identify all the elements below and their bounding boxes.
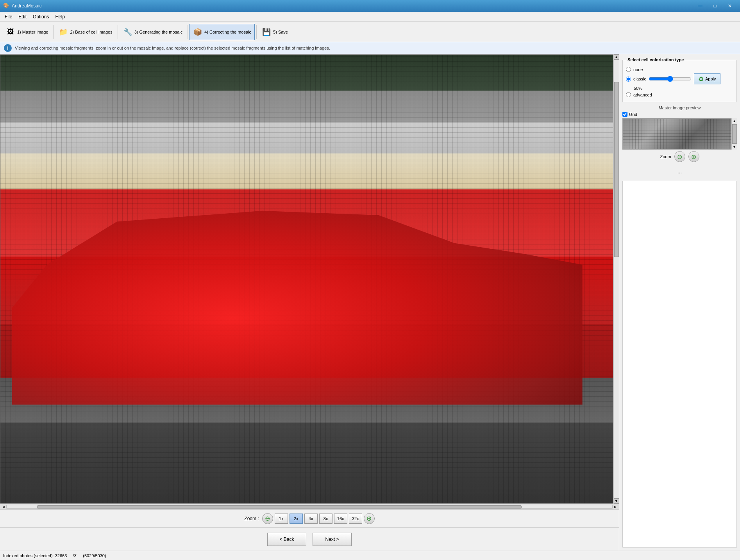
toolbar-sep-1 bbox=[53, 25, 54, 39]
generate-icon: 🔧 bbox=[123, 27, 132, 37]
status-indexed: Indexed photos (selected): 32663 bbox=[3, 553, 67, 558]
radio-classic[interactable] bbox=[626, 77, 631, 82]
h-scroll-left-arrow[interactable]: ◄ bbox=[1, 505, 6, 509]
slider-value-display: 50% bbox=[626, 86, 733, 91]
h-scroll-track[interactable] bbox=[6, 505, 613, 509]
correct-icon: 📦 bbox=[193, 27, 202, 37]
zoom-plus-button[interactable]: ⊕ bbox=[364, 513, 375, 524]
preview-vscrollbar[interactable]: ▲ ▼ bbox=[731, 118, 737, 150]
toolbar-step-master[interactable]: 🖼 1) Master image bbox=[2, 24, 52, 40]
right-zoom-plus-button[interactable]: ⊕ bbox=[688, 151, 699, 162]
vertical-scrollbar[interactable]: ▲ ▼ bbox=[613, 54, 619, 504]
info-text: Viewing and correcting mosaic fragments:… bbox=[15, 46, 330, 50]
back-button[interactable]: < Back bbox=[267, 533, 306, 546]
main-content: ▲ ▼ ◄ ► Zoom : ⊖ 1x 2x 4x 8x 16x 32x bbox=[0, 54, 740, 551]
status-bar: Indexed photos (selected): 32663 ⟳ (5029… bbox=[0, 551, 740, 560]
apply-label: Apply bbox=[705, 77, 716, 81]
title-bar-title: AndreaMosaic bbox=[12, 3, 42, 9]
toolbar-step-master-label: 1) Master image bbox=[17, 30, 48, 34]
colorization-group: Select cell colorization type none class… bbox=[622, 57, 737, 102]
left-panel: ▲ ▼ ◄ ► Zoom : ⊖ 1x 2x 4x 8x 16x 32x bbox=[0, 54, 619, 551]
save-icon: 💾 bbox=[262, 27, 271, 37]
grid-checkbox[interactable] bbox=[622, 112, 627, 117]
radio-advanced-row: advanced bbox=[626, 92, 733, 97]
toolbar-step-base-label: 2) Base of cell images bbox=[70, 30, 112, 34]
master-icon: 🖼 bbox=[6, 27, 15, 37]
radio-advanced[interactable] bbox=[626, 92, 631, 97]
menu-options[interactable]: Options bbox=[30, 13, 52, 21]
dots-label: ... bbox=[622, 165, 737, 178]
maximize-button[interactable]: □ bbox=[708, 2, 722, 10]
grid-check-row: Grid bbox=[622, 112, 737, 117]
zoom-4x-button[interactable]: 4x bbox=[304, 514, 318, 524]
title-bar-left: 🎨 AndreaMosaic bbox=[3, 3, 42, 9]
zoom-2x-button[interactable]: 2x bbox=[290, 514, 303, 524]
zoom-controls: Zoom : ⊖ 1x 2x 4x 8x 16x 32x ⊕ bbox=[0, 509, 619, 527]
info-icon: i bbox=[4, 44, 12, 52]
horizontal-scrollbar[interactable]: ◄ ► bbox=[0, 504, 619, 509]
zoom-1x-button[interactable]: 1x bbox=[275, 514, 288, 524]
apply-icon: ♻ bbox=[698, 75, 704, 83]
preview-container: ▲ ▼ bbox=[622, 118, 737, 150]
title-bar: 🎨 AndreaMosaic — □ ✕ bbox=[0, 0, 740, 12]
menu-edit[interactable]: Edit bbox=[15, 13, 30, 21]
toolbar-step-correct-label: 4) Correcting the mosaic bbox=[204, 30, 251, 34]
status-progress: (5029/5030) bbox=[83, 553, 106, 558]
toolbar-sep-4 bbox=[256, 25, 257, 39]
app-icon: 🎨 bbox=[3, 3, 9, 9]
zoom-label: Zoom : bbox=[244, 516, 259, 521]
v-scroll-thumb[interactable] bbox=[614, 82, 619, 257]
zoom-8x-button[interactable]: 8x bbox=[319, 514, 332, 524]
status-icon: ⟳ bbox=[73, 553, 77, 558]
title-bar-controls: — □ ✕ bbox=[693, 2, 737, 10]
toolbar-step-save-label: 5) Save bbox=[273, 30, 288, 34]
right-content-area bbox=[622, 181, 737, 548]
menu-file[interactable]: File bbox=[2, 13, 15, 21]
h-scroll-right-arrow[interactable]: ► bbox=[613, 505, 618, 509]
radio-none-label[interactable]: none bbox=[633, 67, 643, 72]
zoom-16x-button[interactable]: 16x bbox=[334, 514, 347, 524]
zoom-label-right: Zoom bbox=[660, 154, 671, 159]
toolbar-step-generate-label: 3) Generating the mosaic bbox=[134, 30, 183, 34]
grid-label[interactable]: Grid bbox=[629, 112, 637, 117]
menu-bar: File Edit Options Help bbox=[0, 12, 740, 22]
preview-section: Master image preview Grid ▲ ▼ Zoom ⊖ ⊕ bbox=[622, 105, 737, 162]
minimize-button[interactable]: — bbox=[693, 2, 707, 10]
h-scroll-thumb[interactable] bbox=[37, 505, 522, 508]
toolbar-sep-3 bbox=[188, 25, 188, 39]
toolbar-step-correct[interactable]: 📦 4) Correcting the mosaic bbox=[189, 24, 255, 40]
menu-help[interactable]: Help bbox=[52, 13, 68, 21]
image-container[interactable] bbox=[0, 54, 613, 504]
apply-button[interactable]: ♻ Apply bbox=[694, 73, 720, 84]
scroll-up-arrow[interactable]: ▲ bbox=[614, 54, 619, 60]
toolbar-step-base[interactable]: 📁 2) Base of cell images bbox=[55, 24, 116, 40]
right-zoom-controls: Zoom ⊖ ⊕ bbox=[622, 151, 737, 162]
preview-image bbox=[622, 118, 737, 150]
image-area-wrapper: ▲ ▼ bbox=[0, 54, 619, 504]
toolbar-step-generate[interactable]: 🔧 3) Generating the mosaic bbox=[120, 24, 186, 40]
colorization-title: Select cell colorization type bbox=[626, 57, 685, 62]
toolbar-sep-2 bbox=[118, 25, 118, 39]
right-panel: Select cell colorization type none class… bbox=[619, 54, 740, 551]
mosaic-canvas bbox=[0, 55, 613, 503]
zoom-minus-button[interactable]: ⊖ bbox=[262, 513, 273, 524]
radio-classic-label[interactable]: classic bbox=[633, 77, 646, 81]
info-bar: i Viewing and correcting mosaic fragment… bbox=[0, 42, 740, 54]
toolbar: 🖼 1) Master image 📁 2) Base of cell imag… bbox=[0, 22, 740, 42]
radio-none[interactable] bbox=[626, 67, 631, 72]
preview-title: Master image preview bbox=[622, 105, 737, 110]
next-button[interactable]: Next > bbox=[313, 533, 352, 546]
scroll-down-arrow[interactable]: ▼ bbox=[614, 498, 619, 504]
slider-row bbox=[649, 76, 692, 82]
base-icon: 📁 bbox=[59, 27, 68, 37]
classic-slider[interactable] bbox=[649, 76, 692, 82]
v-scroll-track[interactable] bbox=[614, 60, 619, 498]
zoom-32x-button[interactable]: 32x bbox=[349, 514, 362, 524]
close-button[interactable]: ✕ bbox=[723, 2, 737, 10]
nav-buttons: < Back Next > bbox=[0, 527, 619, 551]
right-zoom-minus-button[interactable]: ⊖ bbox=[674, 151, 685, 162]
radio-advanced-label[interactable]: advanced bbox=[633, 93, 652, 97]
radio-classic-row: classic ♻ Apply bbox=[626, 73, 733, 84]
radio-none-row: none bbox=[626, 67, 733, 72]
toolbar-step-save[interactable]: 💾 5) Save bbox=[258, 24, 291, 40]
